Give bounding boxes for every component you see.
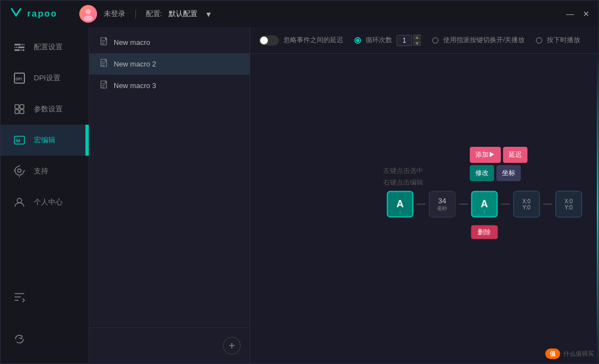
macro-item-2-label: New macro 2 — [114, 60, 156, 68]
profile-icon — [12, 194, 27, 210]
window-controls: — ✕ — [566, 10, 590, 18]
macro-doc-icon-2 — [100, 59, 108, 69]
macro-toolbar: 忽略事件之间的延迟 循环次数 ▲ ▼ — [250, 27, 598, 54]
svg-point-7 — [16, 47, 18, 49]
expand-icon — [12, 289, 27, 305]
sidebar-profile-label: 个人中心 — [34, 197, 63, 207]
sidebar-item-profile[interactable]: 个人中心 — [1, 187, 89, 218]
logo-name: rapoo — [27, 9, 57, 19]
option2-label: 按下时播放 — [547, 35, 580, 45]
sidebar-item-params[interactable]: 参数设置 — [1, 94, 89, 125]
seq-key-a-up[interactable]: A ↑ — [471, 191, 498, 217]
loop-label: 循环次数 — [366, 35, 392, 45]
add-action-button[interactable]: 添加▶ — [470, 147, 501, 163]
delay-toggle-item: 忽略事件之间的延迟 — [259, 35, 343, 45]
macro-item-3-label: New macro 3 — [114, 81, 156, 90]
loop-count-input: ▲ ▼ — [397, 34, 421, 46]
loop-up-button[interactable]: ▲ — [413, 34, 421, 40]
modify-action-button[interactable]: 修改 — [470, 165, 494, 181]
option1-label: 使用指派按键切换开/关播放 — [443, 35, 525, 45]
config-icon — [12, 39, 27, 55]
sidebar-support-label: 支持 — [34, 166, 48, 176]
svg-point-8 — [20, 49, 22, 52]
sidebar-item-support[interactable]: 支持 — [1, 156, 89, 187]
seq-connector-3 — [501, 203, 510, 204]
macro-item-3[interactable]: New macro 3 — [89, 75, 250, 96]
macro-list: New macro New macro 2 — [89, 27, 250, 327]
macro-list-footer: + — [89, 327, 250, 363]
watermark-text: 什么值得买 — [564, 350, 594, 358]
watermark: 值 什么值得买 — [545, 348, 594, 359]
macro-item-2[interactable]: New macro 2 — [89, 53, 250, 75]
sequence-row: A ↓ 34 毫秒 — [387, 191, 582, 217]
seq-mouse-1[interactable]: X:0 Y:0 — [513, 191, 540, 217]
close-button[interactable]: ✕ — [583, 10, 590, 18]
title-divider: | — [134, 9, 136, 19]
loop-spinners: ▲ ▼ — [413, 34, 421, 46]
watermark-badge: 值 — [545, 348, 560, 359]
delete-area: 删除 — [387, 225, 582, 239]
active-indicator — [85, 125, 87, 156]
app-window: rapoo 未登录 | 配置: 默认配置 ▾ — ✕ — [0, 0, 599, 364]
sidebar-bottom — [1, 281, 89, 359]
seq-mouse-2[interactable]: X:0 Y:0 — [555, 191, 582, 217]
loop-down-button[interactable]: ▼ — [413, 40, 421, 46]
config-dropdown[interactable]: ▾ — [206, 9, 211, 19]
option1-radio[interactable] — [432, 37, 439, 44]
hint-text: 左键点击选中 右键点击编辑 — [383, 165, 423, 189]
avatar-inner — [79, 5, 97, 23]
context-popup-area: 添加▶ 延迟 修改 坐标 — [470, 147, 527, 181]
sidebar-item-dpi[interactable]: DPI DPI设置 — [1, 63, 89, 94]
svg-rect-14 — [20, 110, 24, 114]
delay-action-button[interactable]: 延迟 — [503, 147, 527, 163]
svg-rect-13 — [20, 105, 24, 109]
refresh-icon — [12, 331, 27, 347]
macro-icon: M — [12, 132, 27, 148]
svg-point-6 — [21, 44, 23, 46]
sidebar-item-refresh[interactable] — [1, 324, 89, 355]
cursor-action-button[interactable]: 坐标 — [496, 165, 521, 181]
support-icon — [12, 163, 27, 179]
macro-editor-panel: 忽略事件之间的延迟 循环次数 ▲ ▼ — [250, 27, 598, 363]
delete-button[interactable]: 删除 — [471, 225, 498, 239]
seq-connector-4 — [543, 203, 552, 204]
sidebar-item-expand[interactable] — [1, 281, 89, 312]
content-area: New macro New macro 2 — [89, 27, 598, 363]
option1-item: 使用指派按键切换开/关播放 — [432, 35, 525, 45]
loop-count-item: 循环次数 ▲ ▼ — [354, 34, 421, 46]
seq-connector-2 — [459, 203, 468, 204]
popup-row-1: 添加▶ 延迟 — [470, 147, 527, 163]
sidebar-item-config[interactable]: 配置设置 — [1, 32, 89, 63]
macro-doc-icon-3 — [100, 80, 108, 91]
seq-delay[interactable]: 34 毫秒 — [429, 191, 455, 217]
add-macro-button[interactable]: + — [223, 337, 241, 355]
config-value: 默认配置 — [169, 9, 197, 19]
user-name: 未登录 — [104, 9, 125, 19]
loop-radio[interactable] — [354, 37, 361, 44]
svg-rect-11 — [15, 105, 19, 109]
logo-area: rapoo — [9, 6, 57, 22]
sidebar-item-macro[interactable]: M 宏编辑 — [1, 125, 89, 156]
option2-radio[interactable] — [536, 37, 542, 44]
loop-number-field[interactable] — [397, 35, 412, 46]
macro-list-panel: New macro New macro 2 — [89, 27, 250, 363]
sidebar: 配置设置 DPI DPI设置 — [1, 27, 89, 363]
minimize-button[interactable]: — — [566, 10, 574, 18]
avatar — [79, 5, 97, 23]
sidebar-params-label: 参数设置 — [34, 104, 63, 114]
option2-item: 按下时播放 — [536, 35, 580, 45]
svg-point-17 — [18, 169, 21, 172]
right-border-decoration — [597, 54, 598, 363]
sidebar-macro-label: 宏编辑 — [34, 135, 55, 145]
macro-doc-icon-1 — [100, 37, 108, 48]
delay-toggle[interactable] — [259, 35, 279, 45]
title-center: 未登录 | 配置: 默认配置 ▾ — [79, 5, 211, 23]
svg-rect-5 — [14, 49, 24, 51]
main-layout: 配置设置 DPI DPI设置 — [1, 27, 598, 363]
logo-v-icon — [9, 6, 23, 22]
sidebar-config-label: 配置设置 — [34, 42, 63, 52]
macro-item-1[interactable]: New macro — [89, 32, 250, 53]
title-bar: rapoo 未登录 | 配置: 默认配置 ▾ — ✕ — [1, 1, 598, 27]
popup-row-2: 修改 坐标 — [470, 165, 521, 181]
seq-key-a-down[interactable]: A ↓ — [387, 191, 413, 217]
